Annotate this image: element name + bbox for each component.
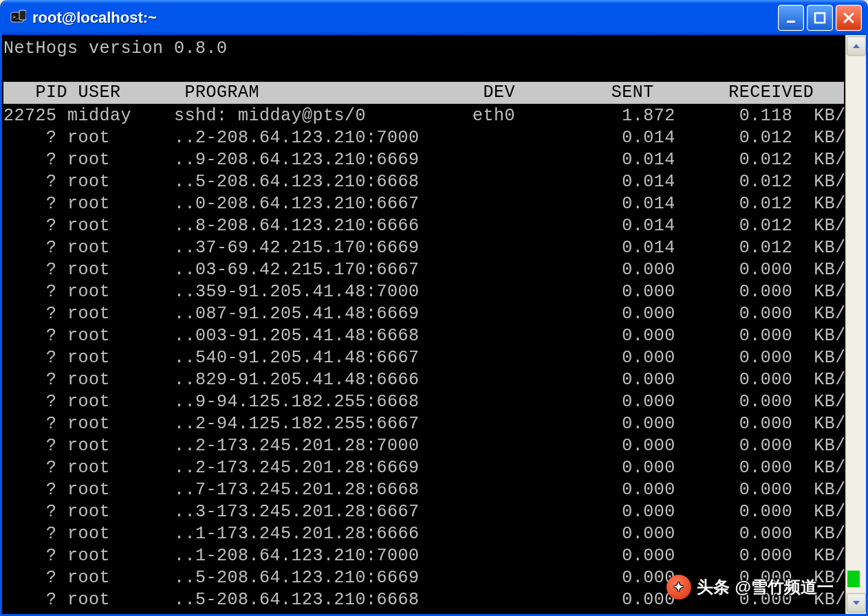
table-row: ? root ..1-173.245.201.28:6666 0.000 0.0… <box>3 523 844 545</box>
table-row: ? root ..5-208.64.123.210:6669 0.000 0.0… <box>3 567 844 589</box>
table-row: ? root ..37-69.42.215.170:6669 0.014 0.0… <box>3 237 844 259</box>
table-row: ? root ..087-91.205.41.48:6669 0.000 0.0… <box>3 303 844 325</box>
svg-text:>_: >_ <box>12 14 19 20</box>
vertical-scrollbar[interactable] <box>845 35 866 614</box>
table-row: ? root ..9-208.64.123.210:6669 0.014 0.0… <box>3 149 844 171</box>
table-header: PID USER PROGRAM DEV SENT RECEIVED <box>3 82 844 104</box>
table-row: ? root ..2-173.245.201.28:7000 0.000 0.0… <box>3 435 844 457</box>
close-button[interactable] <box>836 5 862 31</box>
table-row: ? root ..359-91.205.41.48:7000 0.000 0.0… <box>3 281 844 303</box>
maximize-button[interactable] <box>807 5 833 31</box>
table-row: ? root ..5-208.64.123.210:6668 0.000 0.0… <box>3 589 844 611</box>
table-row: ? root ..3-173.245.201.28:6667 0.000 0.0… <box>3 501 844 523</box>
window-title: root@localhost:~ <box>32 9 778 27</box>
cursor-block-icon <box>847 571 860 587</box>
svg-rect-4 <box>815 13 825 23</box>
table-row: ? root ..5-208.64.123.210:6668 0.014 0.0… <box>3 171 844 193</box>
scroll-down-button[interactable] <box>847 593 866 613</box>
table-row: ? root ..9-94.125.182.255:6668 0.000 0.0… <box>3 391 844 413</box>
minimize-button[interactable] <box>778 5 804 31</box>
table-row: ? root ..829-91.205.41.48:6666 0.000 0.0… <box>3 369 844 391</box>
table-row: ? root ..1-208.64.123.210:7000 0.000 0.0… <box>3 545 844 567</box>
table-row: ? root ..0-208.64.123.210:6667 0.014 0.0… <box>3 193 844 215</box>
table-row: ? root ..2-173.245.201.28:6669 0.000 0.0… <box>3 457 844 479</box>
svg-rect-1 <box>19 10 26 20</box>
svg-rect-3 <box>787 21 795 23</box>
scroll-track[interactable] <box>847 57 866 592</box>
table-row: ? root ..2-208.64.123.210:7000 0.014 0.0… <box>3 127 844 149</box>
title-bar[interactable]: >_ root@localhost:~ <box>2 0 866 35</box>
table-row: ? root ..8-208.64.123.210:6666 0.014 0.0… <box>3 215 844 237</box>
window-frame: >_ root@localhost:~ NetHogs version 0.8.… <box>0 0 868 616</box>
table-row: ? root ..003-91.205.41.48:6668 0.000 0.0… <box>3 325 844 347</box>
window-controls <box>778 5 862 31</box>
table-row: 22725 midday sshd: midday@pts/0 eth0 1.8… <box>3 105 844 127</box>
table-row: ? root ..2-94.125.182.255:6667 0.000 0.0… <box>3 413 844 435</box>
table-row: ? root ..540-91.205.41.48:6667 0.000 0.0… <box>3 347 844 369</box>
version-line: NetHogs version 0.8.0 <box>3 38 844 60</box>
terminal-output[interactable]: NetHogs version 0.8.0 PID USER PROGRAM D… <box>2 35 845 614</box>
table-row: ? root ..7-173.245.201.28:6668 0.000 0.0… <box>3 479 844 501</box>
terminal-icon: >_ <box>9 9 27 27</box>
table-row: ? root ..03-69.42.215.170:6667 0.000 0.0… <box>3 259 844 281</box>
client-area: NetHogs version 0.8.0 PID USER PROGRAM D… <box>2 35 866 614</box>
scroll-up-button[interactable] <box>847 36 866 56</box>
